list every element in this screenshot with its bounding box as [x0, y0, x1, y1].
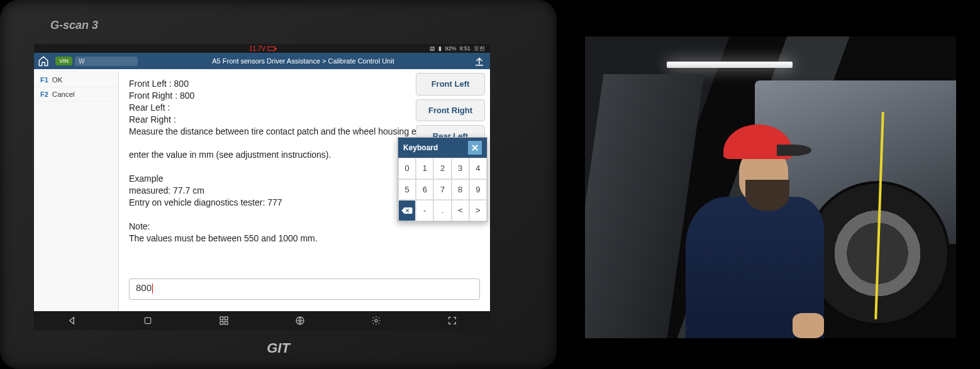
- key-9[interactable]: 9: [469, 179, 487, 201]
- svg-rect-4: [225, 321, 228, 324]
- fkey-label: F1: [40, 76, 48, 84]
- keyboard-close-button[interactable]: [468, 141, 482, 155]
- technician: [648, 106, 811, 338]
- svg-rect-1: [220, 317, 223, 320]
- svg-point-6: [375, 319, 377, 322]
- device-brand-bottom: GIT: [0, 340, 557, 356]
- position-panel: Front Left Front Right Rear Left: [416, 73, 485, 148]
- text-cursor: [152, 284, 153, 294]
- content-pane: Front Left : 800 Front Right : 800 Rear …: [119, 69, 490, 311]
- key-backspace[interactable]: [398, 200, 416, 221]
- btn-front-right[interactable]: Front Right: [416, 99, 485, 122]
- key-dot[interactable]: .: [433, 200, 451, 221]
- sidebar-item-cancel[interactable]: F2 Cancel: [34, 87, 118, 102]
- garage-photo: [585, 36, 956, 338]
- key-0[interactable]: 0: [398, 158, 416, 179]
- keyboard-title: Keyboard: [403, 143, 438, 153]
- device-brand-top: G-scan 3: [50, 19, 525, 32]
- nav-globe-icon[interactable]: [294, 315, 306, 326]
- value-input[interactable]: 800: [129, 278, 480, 300]
- nav-back-icon[interactable]: [66, 315, 77, 326]
- technician-beard: [745, 180, 789, 211]
- sidebar-item-label: OK: [52, 76, 63, 84]
- nav-fullscreen-icon[interactable]: [447, 315, 458, 326]
- screen: 11.7V ▤ ▮ 92% 9:51 오전 VIN W A5 Front sen…: [34, 44, 490, 330]
- voltage-label: 11.7V: [249, 45, 265, 52]
- key-5[interactable]: 5: [398, 179, 416, 201]
- system-nav-bar: [34, 311, 490, 330]
- sidebar-item-label: Cancel: [52, 91, 75, 98]
- ampm: 오전: [474, 45, 485, 53]
- status-right: ▤ ▮ 92% 9:51 오전: [430, 45, 485, 53]
- sidebar: F1 OK F2 Cancel: [34, 69, 119, 311]
- ceiling-light: [667, 62, 793, 68]
- vin-chip: VIN: [55, 57, 72, 65]
- keyboard-header: Keyboard: [398, 138, 487, 158]
- app-header: VIN W A5 Front sensors Driver Assistance…: [34, 53, 490, 69]
- btn-front-left[interactable]: Front Left: [416, 73, 485, 96]
- key-8[interactable]: 8: [452, 179, 469, 201]
- upload-button[interactable]: [469, 55, 490, 67]
- technician-hand: [793, 313, 824, 338]
- key-7[interactable]: 7: [433, 179, 451, 201]
- home-button[interactable]: [34, 53, 53, 69]
- wifi-icon: ▤: [430, 45, 435, 52]
- key-lt[interactable]: <: [452, 200, 469, 221]
- key-3[interactable]: 3: [452, 158, 469, 179]
- svg-rect-3: [220, 321, 223, 324]
- cap-brim: [777, 145, 811, 156]
- keyboard-grid: 0 1 2 3 4 5 6 7 8 9 - .: [398, 158, 487, 221]
- battery-pct: 92%: [445, 45, 456, 52]
- sidebar-item-ok[interactable]: F1 OK: [34, 73, 118, 87]
- key-6[interactable]: 6: [416, 179, 433, 201]
- battery-low-icon: [267, 47, 275, 51]
- key-minus[interactable]: -: [416, 200, 433, 221]
- key-gt[interactable]: >: [469, 200, 487, 221]
- tablet-device: G-scan 3 11.7V ▤ ▮ 92% 9:51 오전 V: [0, 0, 557, 369]
- breadcrumb: A5 Front sensors Driver Assistance > Cal…: [138, 57, 469, 65]
- nav-settings-icon[interactable]: [370, 315, 382, 326]
- svg-rect-0: [145, 317, 151, 323]
- nav-apps-icon[interactable]: [218, 315, 230, 326]
- input-row: 800: [129, 278, 480, 300]
- main-area: F1 OK F2 Cancel Front Left : 800 Front R…: [34, 69, 490, 311]
- key-1[interactable]: 1: [416, 158, 433, 179]
- status-bar: 11.7V ▤ ▮ 92% 9:51 오전: [34, 44, 490, 53]
- svg-rect-2: [225, 317, 228, 320]
- nav-recent-icon[interactable]: [142, 315, 153, 326]
- keyboard-popup: Keyboard 0 1 2 3 4 5 6 7 8: [398, 137, 487, 222]
- key-2[interactable]: 2: [433, 158, 451, 179]
- clock: 9:51: [459, 45, 471, 52]
- fkey-label: F2: [40, 91, 48, 98]
- battery-icon: ▮: [438, 45, 442, 52]
- vin-field[interactable]: W: [75, 57, 138, 66]
- key-4[interactable]: 4: [469, 158, 487, 179]
- input-value-text: 800: [136, 282, 152, 293]
